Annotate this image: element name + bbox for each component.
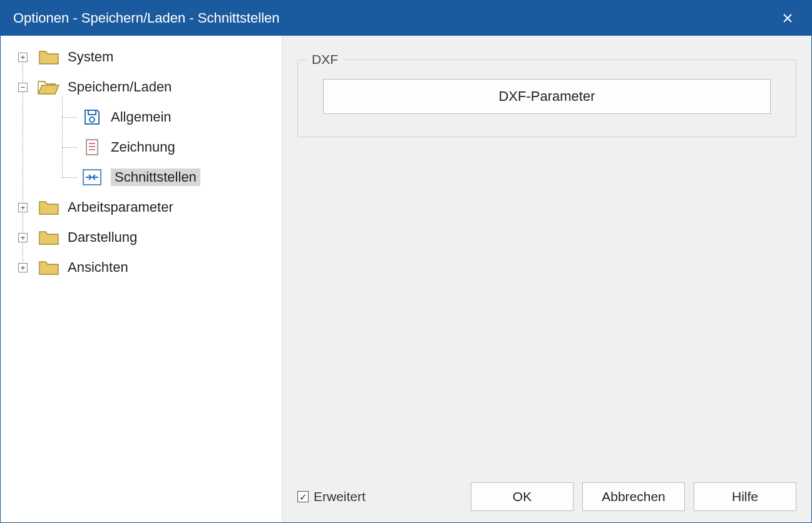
content-main: DXF DXF-Parameter <box>297 51 796 476</box>
expand-icon[interactable]: + <box>18 233 28 242</box>
dxf-parameter-button[interactable]: DXF-Parameter <box>323 79 771 114</box>
titlebar: Optionen - Speichern/Laden - Schnittstel… <box>1 1 811 36</box>
tree-item-speichern-laden[interactable]: − Speichern/Laden <box>1 72 282 102</box>
tree-item-arbeitsparameter[interactable]: + Arbeitsparameter <box>1 192 282 222</box>
expand-icon[interactable]: + <box>18 203 28 212</box>
interface-icon <box>81 168 103 187</box>
folder-icon <box>38 48 60 66</box>
dialog-window: Optionen - Speichern/Laden - Schnittstel… <box>0 0 812 523</box>
groupbox-dxf: DXF DXF-Parameter <box>297 60 796 137</box>
nav-tree: + System − <box>1 42 282 282</box>
tree-item-darstellung[interactable]: + Darstellung <box>1 222 282 252</box>
tree-label: Schnittstellen <box>111 168 200 186</box>
tree-label: Allgemein <box>111 109 172 125</box>
folder-open-icon <box>38 78 60 96</box>
window-title: Optionen - Speichern/Laden - Schnittstel… <box>13 10 775 26</box>
svg-rect-0 <box>88 110 96 115</box>
close-button[interactable] <box>775 6 800 31</box>
checkbox-erweitert[interactable]: ✓ Erweitert <box>297 489 366 504</box>
sidebar: + System − <box>1 36 282 522</box>
expand-icon[interactable]: + <box>18 53 28 62</box>
footer: ✓ Erweitert OK Abbrechen Hilfe <box>297 482 796 511</box>
content-panel: DXF DXF-Parameter ✓ Erweitert OK Abbrech… <box>282 36 811 522</box>
tree-label: Darstellung <box>68 229 137 246</box>
tree-item-ansichten[interactable]: + Ansichten <box>1 252 282 282</box>
document-icon <box>81 138 103 157</box>
dialog-body: + System − <box>1 36 811 522</box>
close-icon <box>783 13 793 23</box>
checkbox-icon: ✓ <box>297 491 309 502</box>
tree-label: System <box>68 49 113 65</box>
groupbox-title: DXF <box>307 52 343 67</box>
tree-item-zeichnung[interactable]: Zeichnung <box>1 132 282 162</box>
svg-point-1 <box>90 117 95 122</box>
collapse-icon[interactable]: − <box>18 83 28 92</box>
folder-icon <box>38 228 60 247</box>
tree-item-allgemein[interactable]: Allgemein <box>1 102 282 132</box>
tree-label: Speichern/Laden <box>68 79 172 95</box>
tree-label: Ansichten <box>68 259 128 276</box>
tree-label: Arbeitsparameter <box>68 199 173 215</box>
tree-item-schnittstellen[interactable]: Schnittstellen <box>1 162 282 192</box>
disk-icon <box>81 108 103 127</box>
cancel-button[interactable]: Abbrechen <box>582 482 685 511</box>
svg-rect-2 <box>86 140 98 155</box>
ok-button[interactable]: OK <box>471 482 573 511</box>
tree-label: Zeichnung <box>111 139 175 155</box>
folder-icon <box>38 258 60 277</box>
folder-icon <box>38 198 60 217</box>
tree-item-system[interactable]: + System <box>1 42 282 72</box>
checkbox-label: Erweitert <box>314 489 366 504</box>
expand-icon[interactable]: + <box>18 263 28 272</box>
help-button[interactable]: Hilfe <box>694 482 796 511</box>
